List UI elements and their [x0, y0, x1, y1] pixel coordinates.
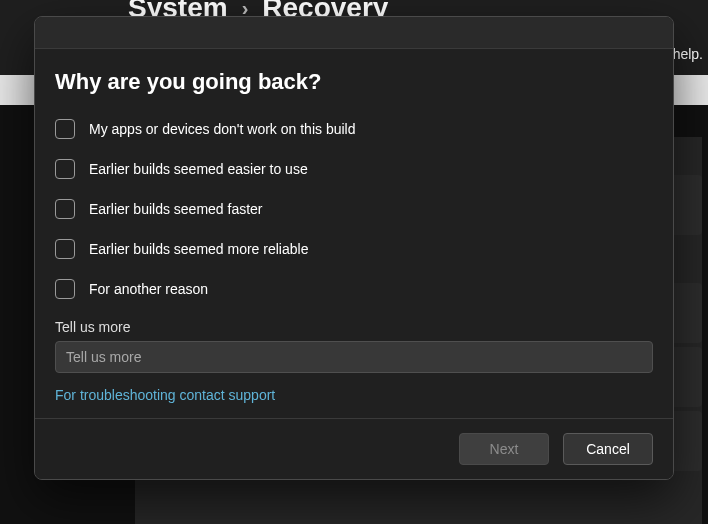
- checkbox-icon[interactable]: [55, 119, 75, 139]
- reason-label: My apps or devices don't work on this bu…: [89, 121, 355, 137]
- tell-us-more-label: Tell us more: [55, 319, 653, 335]
- dialog-title: Why are you going back?: [55, 69, 653, 95]
- tell-us-more-input[interactable]: [55, 341, 653, 373]
- reason-option-reliable[interactable]: Earlier builds seemed more reliable: [55, 239, 653, 259]
- rollback-dialog: Why are you going back? My apps or devic…: [34, 16, 674, 480]
- dialog-titlebar[interactable]: [35, 17, 673, 49]
- modal-overlay: Why are you going back? My apps or devic…: [0, 0, 708, 524]
- reason-option-apps[interactable]: My apps or devices don't work on this bu…: [55, 119, 653, 139]
- checkbox-icon[interactable]: [55, 279, 75, 299]
- checkbox-icon[interactable]: [55, 199, 75, 219]
- reason-label: Earlier builds seemed easier to use: [89, 161, 308, 177]
- checkbox-icon[interactable]: [55, 239, 75, 259]
- support-link[interactable]: For troubleshooting contact support: [55, 387, 275, 403]
- next-button[interactable]: Next: [459, 433, 549, 465]
- reason-label: Earlier builds seemed faster: [89, 201, 263, 217]
- checkbox-icon[interactable]: [55, 159, 75, 179]
- reason-label: Earlier builds seemed more reliable: [89, 241, 308, 257]
- next-button-label: Next: [490, 441, 519, 457]
- dialog-footer: Next Cancel: [35, 418, 673, 479]
- cancel-button-label: Cancel: [586, 441, 630, 457]
- reason-label: For another reason: [89, 281, 208, 297]
- reason-option-other[interactable]: For another reason: [55, 279, 653, 299]
- reason-option-easier[interactable]: Earlier builds seemed easier to use: [55, 159, 653, 179]
- dialog-body: Why are you going back? My apps or devic…: [35, 49, 673, 418]
- cancel-button[interactable]: Cancel: [563, 433, 653, 465]
- reason-option-faster[interactable]: Earlier builds seemed faster: [55, 199, 653, 219]
- help-text-fragment: help.: [673, 46, 703, 62]
